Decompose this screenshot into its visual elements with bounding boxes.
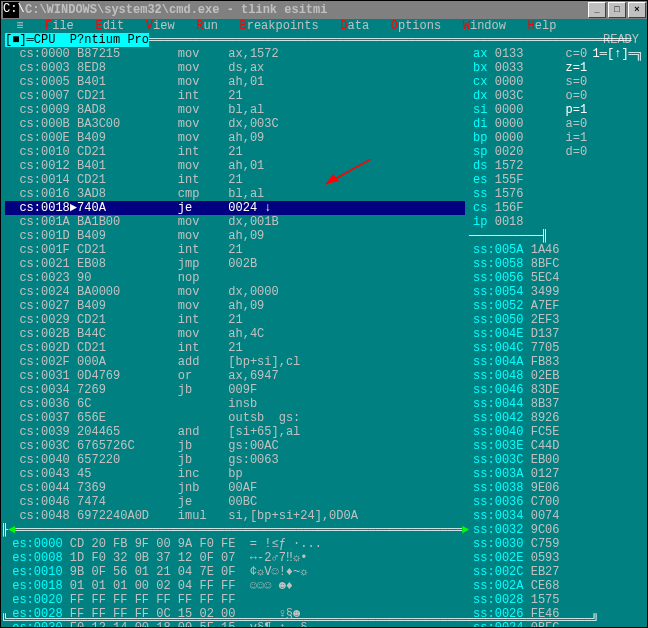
stack-row[interactable]: ss:0048 02EB [473, 369, 559, 383]
disasm-row[interactable]: cs:0023 90 nop [5, 271, 465, 285]
dump-row[interactable]: es:0010 9B 0F 56 01 21 04 7E 0F ¢☼V☺!♦~☼ [5, 565, 465, 579]
disasm-row[interactable]: cs:000E B409 mov ah,09 [5, 131, 465, 145]
disasm-row[interactable]: cs:002D CD21 int 21 [5, 341, 465, 355]
dump-row[interactable]: es:0020 FF FF FF FF FF FF FF FF [5, 593, 465, 607]
stack-row[interactable]: ss:0036 C700 [473, 495, 559, 509]
title-bar[interactable]: C:\ C:\WINDOWS\system32\cmd.exe - tlink … [0, 0, 648, 19]
disasm-row[interactable]: cs:0000 B87215 mov ax,1572 [5, 47, 465, 61]
dump-row[interactable]: es:0030 F0 12 14 00 18 00 5F 15 v§¶ ↑ _§ [5, 621, 465, 628]
stack-row[interactable]: ss:002C EB27 [473, 565, 559, 579]
stack-row[interactable]: ss:0034 0074 [473, 509, 559, 523]
disasm-row[interactable]: cs:0003 8ED8 mov ds,ax [5, 61, 465, 75]
disasm-row[interactable]: cs:0021 EB08 jmp 002B [5, 257, 465, 271]
flag-a[interactable]: a=0 [566, 117, 591, 131]
sysmenu-icon[interactable]: C:\ [3, 2, 19, 18]
disasm-row[interactable]: cs:002B B44C mov ah,4C [5, 327, 465, 341]
disasm-row[interactable]: cs:0037 656E outsb gs: [5, 411, 465, 425]
disasm-row[interactable]: cs:0018►740A je 0024 ↓ [5, 201, 465, 215]
stack-row[interactable]: ss:004A FB83 [473, 355, 559, 369]
register-ax[interactable]: ax 0133 [473, 47, 559, 61]
disasm-row[interactable]: cs:0039 204465 and [si+65],al [5, 425, 465, 439]
registers-pane[interactable]: ax 0133bx 0033cx 0000dx 003Csi 0000di 00… [469, 47, 563, 229]
register-si[interactable]: si 0000 [473, 103, 559, 117]
flags-pane[interactable]: c=0z=1s=0o=0p=1a=0i=1d=0 [564, 47, 593, 159]
flag-p[interactable]: p=1 [566, 103, 591, 117]
stack-row[interactable]: ss:004C 7705 [473, 341, 559, 355]
flag-i[interactable]: i=1 [566, 131, 591, 145]
dump-row[interactable]: es:0018 01 01 01 00 02 04 FF FF ☺☺☺ ☻♦ [5, 579, 465, 593]
stack-row[interactable]: ss:0028 1575 [473, 593, 559, 607]
minimize-button[interactable]: _ [588, 2, 606, 18]
disasm-row[interactable]: cs:0046 7474 je 00BC [5, 495, 465, 509]
disasm-row[interactable]: cs:0009 8AD8 mov bl,al [5, 103, 465, 117]
stack-row[interactable]: ss:0050 2EF3 [473, 313, 559, 327]
stack-row[interactable]: ss:003E C44D [473, 439, 559, 453]
disasm-row[interactable]: cs:0048 6972240A0D imul si,[bp+si+24],0D… [5, 509, 465, 523]
memory-dump-pane[interactable]: es:0000 CD 20 FB 9F 00 9A F0 FE = !≤ƒ ·.… [1, 537, 469, 628]
disasm-row[interactable]: cs:0007 CD21 int 21 [5, 89, 465, 103]
disasm-row[interactable]: cs:0014 CD21 int 21 [5, 173, 465, 187]
disasm-row[interactable]: cs:0027 B409 mov ah,09 [5, 299, 465, 313]
stack-row[interactable]: ss:0032 9C06 [473, 523, 559, 537]
flag-z[interactable]: z=1 [566, 61, 591, 75]
disasm-row[interactable]: cs:0016 3AD8 cmp bl,al [5, 187, 465, 201]
stack-row[interactable]: ss:0056 5EC4 [473, 271, 559, 285]
stack-row[interactable]: ss:0030 C759 [473, 537, 559, 551]
disasm-row[interactable]: cs:003C 6765726C jb gs:00AC [5, 439, 465, 453]
flag-c[interactable]: c=0 [566, 47, 591, 61]
disasm-row[interactable]: cs:001D B409 mov ah,09 [5, 229, 465, 243]
disasm-row[interactable]: cs:001A BA1B00 mov dx,001B [5, 215, 465, 229]
close-button[interactable]: × [628, 2, 646, 18]
stack-row[interactable]: ss:0042 8926 [473, 411, 559, 425]
disasm-row[interactable]: cs:0024 BA0000 mov dx,0000 [5, 285, 465, 299]
disasm-row[interactable]: cs:002F 000A add [bp+si],cl [5, 355, 465, 369]
stack-row[interactable]: ss:002E 0593 [473, 551, 559, 565]
stack-row[interactable]: ss:0038 9E06 [473, 481, 559, 495]
stack-row[interactable]: ss:003C EB00 [473, 453, 559, 467]
maximize-button[interactable]: □ [608, 2, 626, 18]
stack-row[interactable]: ss:002A CE68 [473, 579, 559, 593]
disassembly-pane[interactable]: cs:0000 B87215 mov ax,1572 cs:0003 8ED8 … [1, 47, 469, 523]
disasm-row[interactable]: cs:0043 45 inc bp [5, 467, 465, 481]
scroll-right-icon[interactable]: ► [462, 523, 469, 537]
menu-bar[interactable]: ≡ File Edit View Run Breakpoints Data Op… [1, 19, 647, 33]
register-ss[interactable]: ss 1576 [473, 187, 559, 201]
disasm-row[interactable]: cs:0012 B401 mov ah,01 [5, 159, 465, 173]
disasm-row[interactable]: cs:0040 657220 jb gs:0063 [5, 453, 465, 467]
register-bx[interactable]: bx 0033 [473, 61, 559, 75]
stack-row[interactable]: ss:0044 8B37 [473, 397, 559, 411]
dump-row[interactable]: es:0028 FF FF FF FF 0C 15 02 00 ♀§☻ [5, 607, 465, 621]
disasm-row[interactable]: cs:000B BA3C00 mov dx,003C [5, 117, 465, 131]
disasm-row[interactable]: cs:0005 B401 mov ah,01 [5, 75, 465, 89]
register-es[interactable]: es 155F [473, 173, 559, 187]
register-ds[interactable]: ds 1572 [473, 159, 559, 173]
disasm-row[interactable]: cs:0029 CD21 int 21 [5, 313, 465, 327]
register-ip[interactable]: ip 0018 [473, 215, 559, 229]
dump-row[interactable]: es:0000 CD 20 FB 9F 00 9A F0 FE = !≤ƒ ·.… [5, 537, 465, 551]
stack-row[interactable]: ss:005A 1A46 [473, 243, 559, 257]
flag-o[interactable]: o=0 [566, 89, 591, 103]
register-sp[interactable]: sp 0020 [473, 145, 559, 159]
disasm-row[interactable]: cs:0031 0D4769 or ax,6947 [5, 369, 465, 383]
stack-pane[interactable]: ss:005A 1A46ss:0058 8BFCss:0056 5EC4ss:0… [469, 243, 563, 628]
register-dx[interactable]: dx 003C [473, 89, 559, 103]
stack-row[interactable]: ss:0040 FC5E [473, 425, 559, 439]
disasm-row[interactable]: cs:0010 CD21 int 21 [5, 145, 465, 159]
register-cx[interactable]: cx 0000 [473, 75, 559, 89]
dump-row[interactable]: es:0008 1D F0 32 0B 37 12 0F 07 ↔-2♂7‼☼• [5, 551, 465, 565]
register-cs[interactable]: cs 156F [473, 201, 559, 215]
scroll-left-icon[interactable]: ◄ [8, 523, 15, 537]
register-di[interactable]: di 0000 [473, 117, 559, 131]
stack-row[interactable]: ss:0046 83DE [473, 383, 559, 397]
stack-row[interactable]: ss:0054 3499 [473, 285, 559, 299]
stack-row[interactable]: ss:004E D137 [473, 327, 559, 341]
disasm-row[interactable]: cs:001F CD21 int 21 [5, 243, 465, 257]
flag-s[interactable]: s=0 [566, 75, 591, 89]
disasm-row[interactable]: cs:0036 6C insb [5, 397, 465, 411]
disasm-row[interactable]: cs:0034 7269 jb 009F [5, 383, 465, 397]
stack-row[interactable]: ss:0058 8BFC [473, 257, 559, 271]
stack-row[interactable]: ss:003A 0127 [473, 467, 559, 481]
stack-row[interactable]: ss:0052 A7EF [473, 299, 559, 313]
disasm-row[interactable]: cs:0044 7369 jnb 00AF [5, 481, 465, 495]
register-bp[interactable]: bp 0000 [473, 131, 559, 145]
